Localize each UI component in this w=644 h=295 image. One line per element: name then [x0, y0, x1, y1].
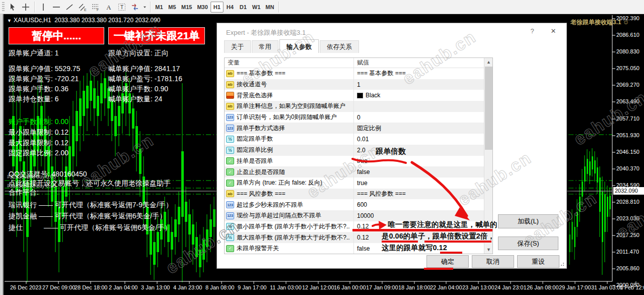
panel-line: 账户手数限制: 0.00: [9, 117, 68, 127]
scroll-up-icon[interactable]: ▲: [484, 58, 493, 66]
tab-关于[interactable]: 关于: [224, 40, 251, 53]
table-row[interactable]: ✓止盈止损是否跟随false: [225, 166, 485, 178]
panel-line: 捷凯金融 —— 可开代理（标准账号返佣6美金/手）: [9, 212, 166, 221]
param-name: 最大跟单手数 (跟单方手数大于此手数不?..: [237, 233, 350, 242]
price-axis-label: 2086.610: [616, 32, 639, 38]
table-row[interactable]: ab=== 风控参数 ====== 风控参数 ===: [225, 189, 485, 200]
param-value[interactable]: 2.0: [357, 147, 366, 154]
price-axis-label: 2005.860: [616, 265, 639, 271]
mt4-window: EFAT M1M5M15M30H1H4D1W1MN ▼XAUUSDc,H1 20…: [0, 0, 644, 295]
ok-button[interactable]: 确定: [426, 255, 469, 268]
param-value[interactable]: false: [357, 168, 370, 175]
param-value[interactable]: 0.12: [357, 234, 369, 241]
param-name: 跟单手数方式选择: [237, 124, 285, 133]
panel-line: 喊单账户盈亏: -1781.16: [108, 75, 182, 84]
dialog-title: Expert - 老徐跟单接收端3.1: [226, 28, 306, 37]
bool-param-icon: ✓: [226, 245, 234, 252]
table-row[interactable]: 123超过多少秒未跟的不跟单600: [225, 199, 485, 210]
string-param-icon: ab: [226, 70, 234, 77]
param-value[interactable]: 0.01: [357, 136, 369, 143]
price-axis-label: 2063.490: [616, 98, 639, 104]
param-value[interactable]: 10000: [357, 212, 374, 219]
pause-button[interactable]: 暂停中......: [9, 27, 104, 44]
tab-依存关系[interactable]: 依存关系: [320, 40, 359, 53]
time-axis-label: 27 Dec 09:00: [42, 284, 75, 290]
resize-grip[interactable]: [560, 262, 565, 267]
param-value[interactable]: 0: [357, 114, 361, 121]
symbol-dropdown-icon[interactable]: ▼: [7, 18, 12, 23]
param-value[interactable]: false: [357, 245, 370, 252]
param-name: 止盈止损是否跟随: [237, 168, 285, 176]
price-axis-label: 2075.050: [616, 65, 639, 71]
time-axis-label: 18 Jan 18:00: [398, 284, 431, 290]
bool-param-icon: ✓: [226, 180, 234, 187]
panel-line: 跟单持仓数量: 6: [9, 95, 59, 104]
table-row[interactable]: ab接收通道号1: [225, 79, 485, 90]
param-name: 未跟单报警开关: [237, 244, 279, 253]
panel-line: 合作平台:: [9, 188, 39, 197]
panel-line: 跟单方向设置: 正向: [108, 49, 169, 58]
table-row[interactable]: 123跟单手数方式选择固定比例: [225, 123, 485, 134]
color-swatch: [357, 93, 363, 98]
param-value[interactable]: === 基本参数 ===: [357, 69, 406, 78]
column-divider[interactable]: [353, 58, 354, 254]
tab-输入参数[interactable]: 输入参数: [279, 39, 319, 53]
param-value[interactable]: 0.12: [357, 223, 369, 230]
reset-button[interactable]: 重设: [517, 255, 559, 268]
param-value[interactable]: 固定比例: [357, 124, 381, 133]
table-row[interactable]: ✓挂单是否跟单true: [225, 156, 485, 167]
param-name: 订单识别号，如果为0则跟随喊单账户: [237, 113, 337, 122]
tab-常用[interactable]: 常用: [252, 40, 278, 53]
table-row[interactable]: 背景底色选择Black: [225, 90, 485, 101]
param-value[interactable]: 600: [357, 201, 367, 208]
time-axis-label: 17 Jan 09:00: [366, 284, 398, 290]
double-param-icon: ½: [226, 136, 234, 143]
time-axis-label: 2 Jan 04:00: [109, 284, 138, 290]
time-axis-label: 22 Jan 04:00: [430, 284, 462, 290]
price-axis-label: 2046.150: [616, 149, 639, 155]
scroll-down-icon[interactable]: ▼: [484, 246, 493, 254]
param-value[interactable]: true: [357, 157, 368, 164]
column-header-variable[interactable]: 变量: [225, 58, 353, 67]
table-row[interactable]: ✓跟单方向 (true: 正向 false: 反向)true: [225, 178, 485, 189]
panel-line: QQ交流群号: 480160450: [9, 170, 87, 179]
table-row[interactable]: ½固定跟单手数0.01: [225, 134, 485, 145]
param-name: 现价与原单超过间隔点数不跟单: [237, 211, 321, 220]
param-name: 跟单注释信息，如果为空则跟随喊单账户: [237, 102, 345, 110]
current-price-marker: 2032.090: [613, 187, 644, 195]
param-value[interactable]: === 风控参数 ===: [357, 190, 406, 198]
double-param-icon: ½: [226, 234, 234, 241]
table-row[interactable]: ½固定跟单比例2.0: [225, 145, 485, 156]
param-value[interactable]: true: [357, 180, 368, 187]
table-row[interactable]: ab=== 基本参数 ====== 基本参数 ===: [225, 68, 485, 79]
integer-param-icon: 123: [226, 212, 234, 219]
time-axis-label: 4 Jan 23:00: [173, 284, 202, 290]
price-axis-label: 2069.270: [616, 82, 639, 88]
price-axis-label: 2017.250: [616, 232, 639, 238]
fill-missed-orders-button[interactable]: 一键补齐未跟21单: [108, 27, 205, 44]
time-axis-label: 26 Jan 08:00: [527, 284, 559, 290]
param-value[interactable]: Black: [366, 92, 380, 99]
cancel-button[interactable]: 取消: [472, 255, 514, 268]
time-axis-label: 8 Jan 08:00: [205, 284, 235, 290]
panel-line: 喊单账户数量: 24: [108, 95, 162, 104]
help-icon[interactable]: ?: [527, 27, 537, 35]
time-axis-label: 11 Jan 03:00: [270, 284, 302, 290]
param-name: 固定跟单手数: [237, 135, 273, 143]
scrollbar-thumb[interactable]: [485, 67, 492, 150]
panel-line: 跟单账户手数: 0.36: [9, 85, 68, 94]
column-header-value[interactable]: 赋值: [353, 58, 492, 67]
save-button[interactable]: 保存(S): [498, 237, 558, 250]
load-button[interactable]: 加载(L): [498, 214, 558, 228]
annotation-note-line1: 唯一需要注意的就是这里，喊单的: [388, 220, 497, 229]
table-row[interactable]: 123订单识别号，如果为0则跟随喊单账户0: [225, 112, 485, 123]
close-icon[interactable]: ✕: [548, 27, 558, 35]
price-axis-label: 2023.030: [616, 215, 639, 221]
time-axis-label: 26 Dec 2023: [10, 284, 41, 290]
table-row[interactable]: ab跟单注释信息，如果为空则跟随喊单账户: [225, 101, 485, 112]
color-param-icon: [226, 92, 234, 99]
panel-line: 喊单账户手数: 0.90: [108, 85, 168, 94]
time-axis-label: 29 Jan 17:00: [559, 284, 591, 290]
param-value[interactable]: 1: [357, 81, 361, 88]
panel-line: 固定跟单比例: 2.00: [9, 149, 68, 158]
